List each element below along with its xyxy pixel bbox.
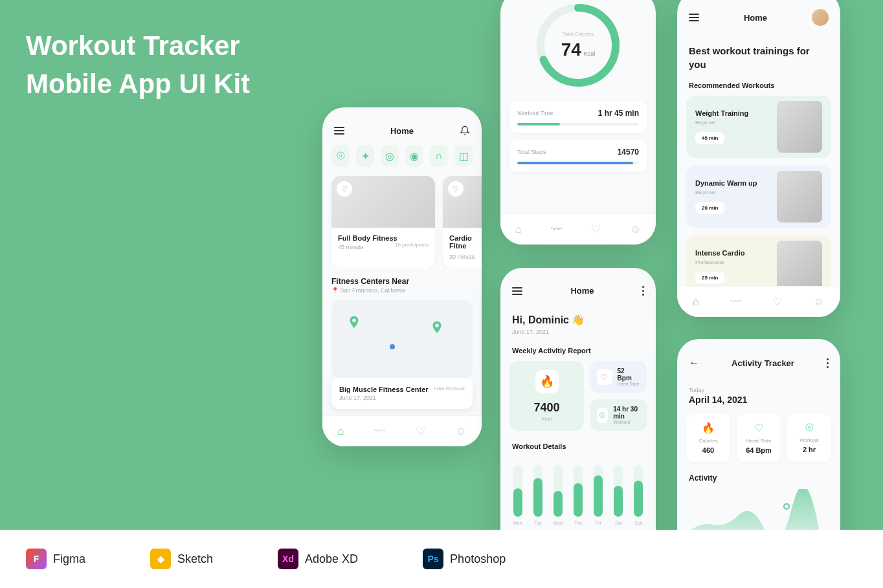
section-title: Fitness Centers Near	[322, 268, 482, 287]
rec-card[interactable]: Weight TrainingBeginner45 min	[686, 96, 831, 158]
flame-icon: 🔥	[694, 422, 722, 434]
heart-icon[interactable]: ♡	[448, 181, 464, 197]
page-title: Home	[570, 286, 594, 296]
heart-value: 52 Bpm	[618, 367, 640, 382]
phone-home: Home ⦾ ✦ ◎ ◉ ∩ ◫ ♡ Full Body Fitness 45 …	[322, 107, 482, 446]
more-icon[interactable]	[827, 358, 829, 368]
progress-bar	[517, 123, 639, 125]
more-icon[interactable]	[642, 286, 644, 296]
tool-figma: FFigma	[26, 549, 85, 569]
dumbbell-icon[interactable]: ⦾	[331, 145, 350, 167]
stat-value: 1 hr 45 min	[598, 109, 639, 118]
card-title: Cardio Fitne	[449, 234, 482, 250]
shoe-icon[interactable]: ✦	[356, 145, 374, 167]
home-icon[interactable]: ⌂	[693, 296, 699, 309]
dumbbell-icon: ⦾	[597, 408, 608, 423]
donut-unit: Kcal	[584, 50, 596, 57]
kcal-stat[interactable]: 🔥 7400 Kcal	[509, 361, 584, 431]
location-title: Big Muscle Fitness Center	[339, 386, 429, 393]
bike-icon[interactable]: ◉	[405, 145, 423, 167]
rec-title: Recommended Workouts	[677, 74, 840, 96]
stat-label: Total Steps	[517, 149, 546, 155]
calories-donut: Total Calories 74Kcal	[533, 0, 623, 91]
kcal-value: 7400	[519, 401, 575, 415]
card-duration: 30 minute	[449, 254, 475, 260]
location-date: June 17, 2021	[339, 395, 465, 401]
page-title: Home	[744, 13, 767, 23]
metric-card[interactable]: ♡Heart Rate64 Bpm	[737, 414, 781, 462]
profile-icon[interactable]: ☺	[814, 296, 825, 309]
tool-xd: XdAdobe XD	[278, 549, 358, 569]
metric-card[interactable]: ⦾Workout2 hr	[787, 414, 831, 462]
workout-stat[interactable]: ⦾ 14 hr 30 minWorkout	[590, 399, 647, 431]
hero-text: Best workout trainings for you	[677, 35, 840, 74]
map-pin-icon[interactable]	[347, 313, 361, 331]
tool-sketch: ◆Sketch	[150, 549, 213, 569]
activity-icon[interactable]: 〰	[551, 223, 562, 236]
card-participants: 16 participants	[395, 242, 429, 250]
heart-label: Heart Rate	[618, 382, 640, 386]
home-icon[interactable]: ⌂	[337, 425, 344, 438]
activity-icon[interactable]: 〰	[730, 296, 741, 309]
flame-icon: 🔥	[535, 370, 559, 393]
profile-icon[interactable]: ☺	[455, 425, 466, 438]
menu-icon[interactable]	[689, 14, 699, 21]
rec-card[interactable]: Dynamic Warm upBeginner20 min	[686, 166, 831, 228]
location-tag: Free Workout	[434, 386, 465, 391]
heart-nav-icon[interactable]: ♡	[591, 223, 601, 236]
location-dot-icon	[390, 344, 395, 349]
xd-icon: Xd	[278, 549, 298, 569]
section-subtitle: 📍 San Francisco, California	[322, 287, 482, 300]
card-duration: 45 minute	[338, 244, 364, 250]
donut-label: Total Calories	[563, 31, 594, 37]
jump-icon[interactable]: ◎	[381, 145, 399, 167]
greeting: Hi, Dominic 👋	[500, 305, 656, 329]
workout-card[interactable]: ♡ Cardio Fitne 30 minute	[443, 176, 482, 268]
figma-icon: F	[26, 549, 47, 569]
tool-ps: PsPhotoshop	[423, 549, 506, 569]
workout-value: 14 hr 30 min	[613, 406, 640, 420]
bag-icon[interactable]: ◫	[454, 145, 473, 167]
rope-icon[interactable]: ∩	[430, 145, 448, 167]
ps-icon: Ps	[423, 549, 443, 569]
bottom-nav: ⌂ 〰 ♡ ☺	[500, 213, 656, 245]
heart-stat[interactable]: ♡ 52 BpmHeart Rate	[590, 361, 647, 393]
map[interactable]	[331, 300, 473, 378]
heart-icon: ♡	[744, 422, 773, 434]
category-row: ⦾ ✦ ◎ ◉ ∩ ◫	[322, 145, 482, 167]
heart-nav-icon[interactable]: ♡	[772, 295, 782, 309]
activity-icon[interactable]: 〰	[374, 425, 385, 438]
heart-nav-icon[interactable]: ♡	[416, 424, 425, 438]
page-title: Home	[390, 126, 414, 136]
bottom-nav: ⌂ 〰 ♡ ☺	[677, 286, 840, 317]
details-title: Workout Details	[500, 431, 656, 457]
bell-icon[interactable]	[460, 125, 470, 136]
home-icon[interactable]: ⌂	[515, 223, 522, 236]
menu-icon[interactable]	[334, 127, 344, 135]
workout-image	[777, 241, 822, 292]
stat-card: Workout Time1 hr 45 min	[509, 101, 647, 133]
progress-bar	[517, 162, 639, 164]
workout-bars: Mon Tue Wed Thu Fri Sat Sun	[500, 457, 656, 534]
workout-card[interactable]: ♡ Full Body Fitness 45 minute 16 partici…	[331, 176, 435, 268]
dumbbell-icon: ⦾	[795, 422, 823, 433]
heart-icon[interactable]: ♡	[337, 181, 352, 197]
metric-card[interactable]: 🔥Calories460	[686, 414, 730, 462]
back-icon[interactable]: ←	[689, 357, 699, 369]
avatar[interactable]	[812, 9, 829, 26]
today-label: Today	[677, 378, 840, 395]
profile-icon[interactable]: ☺	[630, 223, 641, 236]
tools-bar: FFigma ◆Sketch XdAdobe XD PsPhotoshop	[0, 530, 883, 588]
sketch-icon: ◆	[150, 549, 171, 569]
stat-card: Total Steps14570	[509, 140, 647, 172]
menu-icon[interactable]	[512, 287, 522, 295]
greeting-date: June 17, 2021	[500, 329, 656, 335]
chart-marker	[783, 503, 790, 510]
stat-label: Workout Time	[517, 110, 553, 116]
hero-title: Workout TrackerMobile App UI Kit	[26, 27, 250, 103]
phone-calories: Total Calories 74Kcal Workout Time1 hr 4…	[500, 0, 656, 245]
svg-point-1	[435, 324, 439, 328]
map-pin-icon[interactable]	[430, 318, 444, 336]
heart-icon: ♡	[597, 369, 612, 385]
location-card[interactable]: Big Muscle Fitness Center Free Workout J…	[331, 378, 473, 409]
